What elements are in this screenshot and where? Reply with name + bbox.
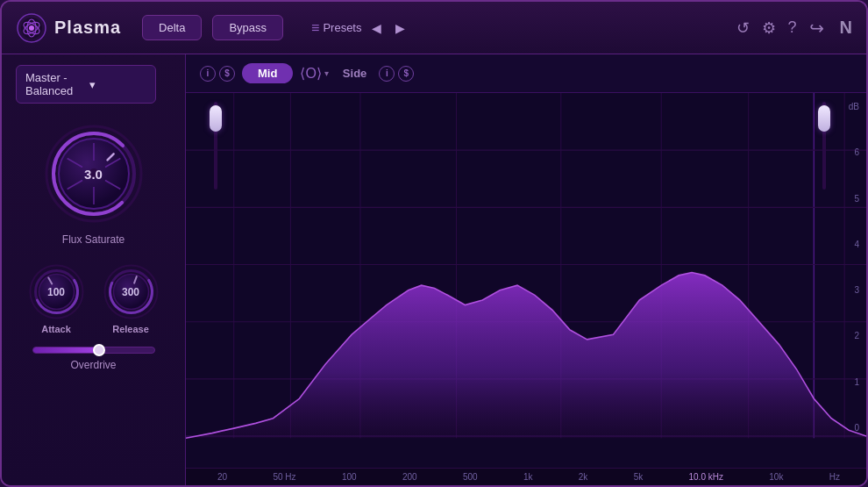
freq-50hz: 50 Hz xyxy=(273,472,295,482)
mid-info-icons: i $ xyxy=(200,66,235,82)
viz-panel: i $ Mid ⟨O⟩ ▾ Side i $ xyxy=(186,54,866,485)
undo-button[interactable]: ↩ xyxy=(809,18,824,39)
preset-selector[interactable]: Master - Balanced ▾ xyxy=(16,65,156,104)
freq-hz-unit: Hz xyxy=(829,472,840,482)
freq-5k: 5k xyxy=(634,472,644,482)
app-container: Plasma Delta Bypass ≡ Presets ◀ ▶ ↺ ⚙ ? xyxy=(0,0,868,487)
attack-knob[interactable]: 100 xyxy=(28,263,85,320)
presets-text: Presets xyxy=(323,21,361,34)
channel-tabs: i $ Mid ⟨O⟩ ▾ Side i $ xyxy=(186,54,866,93)
freq-20: 20 xyxy=(217,472,227,482)
flux-saturate-knob-area: 3.0 Flux Saturate xyxy=(16,112,171,254)
undo-icon: ↩ xyxy=(809,18,824,38)
mono-icon[interactable]: ⟨O⟩ ▾ xyxy=(300,65,328,82)
db-scale: dB 6 5 4 3 2 1 0 xyxy=(849,102,859,450)
dropdown-arrow-icon: ▾ xyxy=(89,78,146,91)
loop-icon: ↺ xyxy=(736,19,750,37)
attack-value: 100 xyxy=(47,286,65,298)
db-0-label: 0 xyxy=(849,423,859,433)
flux-saturate-knob[interactable]: 3.0 xyxy=(41,121,146,226)
side-info-icon[interactable]: i xyxy=(379,66,395,82)
freq-100: 100 xyxy=(342,472,357,482)
overdrive-handle[interactable] xyxy=(93,344,105,356)
preset-name: Master - Balanced xyxy=(25,71,82,97)
release-value: 300 xyxy=(122,286,139,298)
db-1-label: 1 xyxy=(849,377,859,387)
overdrive-fill xyxy=(33,347,100,353)
freq-axis: 20 50 Hz 100 200 500 1k 2k 5k 10.0 kHz 1… xyxy=(186,468,866,485)
flux-saturate-label: Flux Saturate xyxy=(62,233,125,246)
plasma-logo-icon xyxy=(16,12,47,44)
frequency-graph xyxy=(186,93,866,468)
db-5-label: 5 xyxy=(849,194,859,204)
left-slider-thumb[interactable] xyxy=(210,105,222,132)
next-preset-button[interactable]: ▶ xyxy=(390,19,410,37)
freq-1k: 1k xyxy=(523,472,533,482)
help-icon: ? xyxy=(788,18,797,36)
freq-display: dB 6 5 4 3 2 1 0 xyxy=(186,93,866,468)
overdrive-slider[interactable] xyxy=(32,347,155,354)
settings-button[interactable]: ⚙ xyxy=(762,18,776,38)
delta-button[interactable]: Delta xyxy=(142,15,202,40)
overdrive-area: Overdrive xyxy=(16,347,171,371)
bypass-button[interactable]: Bypass xyxy=(212,15,283,40)
gear-icon: ⚙ xyxy=(762,19,776,37)
freq-500: 500 xyxy=(463,472,478,482)
db-3-label: 3 xyxy=(849,285,859,295)
release-knob[interactable]: 300 xyxy=(103,263,160,320)
help-button[interactable]: ? xyxy=(788,18,797,37)
flux-saturate-value: 3.0 xyxy=(84,167,103,182)
presets-nav: ◀ ▶ xyxy=(366,19,410,37)
release-label: Release xyxy=(112,324,149,334)
right-slider-thumb[interactable] xyxy=(818,105,830,132)
presets-area: ≡ Presets ◀ ▶ xyxy=(311,19,410,37)
presets-icon: ≡ xyxy=(311,20,319,36)
attack-label: Attack xyxy=(41,324,71,334)
header-icons: ↺ ⚙ ? ↩ N xyxy=(736,18,852,39)
plugin-logo: N xyxy=(840,18,852,38)
left-panel: Master - Balanced ▾ xyxy=(2,54,186,485)
db-2-label: 2 xyxy=(849,331,859,340)
logo-area: Plasma xyxy=(16,12,121,44)
db-6-label: 6 xyxy=(849,147,859,157)
header: Plasma Delta Bypass ≡ Presets ◀ ▶ ↺ ⚙ ? xyxy=(2,2,866,54)
svg-point-5 xyxy=(29,25,34,31)
prev-preset-button[interactable]: ◀ xyxy=(366,19,387,37)
main-content: Master - Balanced ▾ xyxy=(2,54,866,485)
side-label: Side xyxy=(343,67,366,80)
mid-info-icon[interactable]: i xyxy=(200,66,216,82)
freq-10k: 10k xyxy=(769,472,783,482)
db-unit-label: dB xyxy=(849,102,859,111)
loop-button[interactable]: ↺ xyxy=(736,18,750,38)
side-dollar-icon[interactable]: $ xyxy=(398,66,414,82)
left-freq-slider[interactable] xyxy=(210,102,221,190)
right-freq-slider[interactable] xyxy=(819,102,829,190)
freq-2k: 2k xyxy=(579,472,588,482)
app-title: Plasma xyxy=(54,18,121,38)
freq-10khz: 10.0 kHz xyxy=(689,472,723,482)
attack-knob-area: 100 Attack xyxy=(28,263,85,334)
small-knobs-row: 100 Attack xyxy=(16,263,171,334)
mid-button[interactable]: Mid xyxy=(242,63,293,83)
mid-dollar-icon[interactable]: $ xyxy=(219,66,235,82)
freq-200: 200 xyxy=(402,472,417,482)
db-4-label: 4 xyxy=(849,240,859,249)
release-knob-area: 300 Release xyxy=(103,263,160,334)
presets-label[interactable]: ≡ Presets xyxy=(311,20,361,36)
side-info-icons: i $ xyxy=(379,66,414,82)
overdrive-label: Overdrive xyxy=(70,359,116,371)
